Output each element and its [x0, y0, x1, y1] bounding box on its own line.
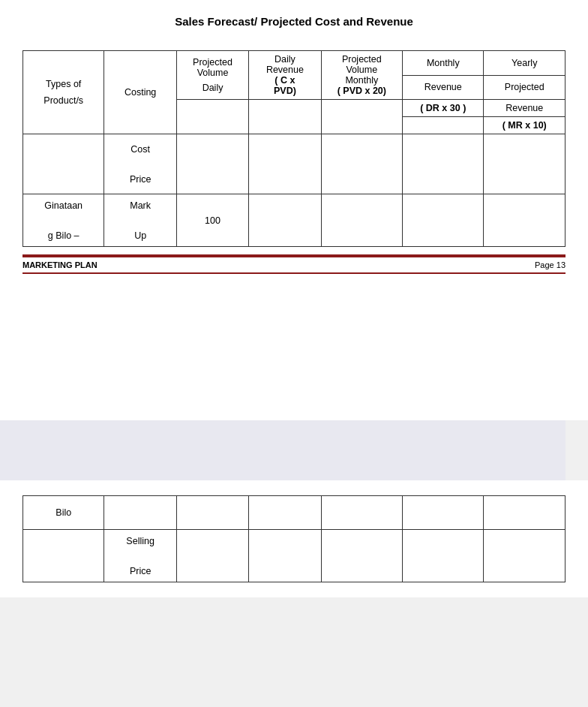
row2-proj-daily: 100	[176, 194, 248, 247]
t2-row2-col4	[249, 530, 321, 582]
row2-yearly-rev	[484, 194, 566, 247]
header-dr-formula: ( DR x 30 )	[403, 100, 484, 117]
header-proj-vol-daily: ProjectedVolumeDaily	[176, 51, 248, 100]
row1-monthly-rev	[403, 134, 484, 194]
header-daily-rev: DailyRevenue( C xPVD)	[249, 51, 321, 100]
header-yearly-rev-label: Revenue	[484, 100, 566, 117]
forecast-table: Types of Product/s Costing ProjectedVolu…	[22, 50, 566, 247]
row1-proj-daily	[176, 134, 248, 194]
t2-row1-col2	[104, 496, 176, 530]
t2-row1-col3	[176, 496, 248, 530]
header-proj-vol-monthly-2	[321, 100, 402, 134]
row1-col1	[23, 134, 104, 194]
row2-proj-monthly	[321, 194, 402, 247]
row1-yearly-rev	[484, 134, 566, 194]
t2-row2-col2: SellingPrice	[104, 530, 176, 582]
t2-row2-col1	[23, 530, 104, 582]
t2-row1-col5	[321, 496, 402, 530]
t2-row2-col7	[484, 530, 566, 582]
header-monthly-rev-label: Monthly	[403, 51, 484, 76]
header-yearly-label: Yearly	[484, 51, 566, 76]
gap-section	[0, 420, 566, 480]
header-mr-formula: ( MR x 10)	[484, 117, 566, 134]
row1-proj-monthly	[321, 134, 402, 194]
row2-product: Ginataang Bilo –	[23, 194, 104, 247]
page-2: Bilo SellingPrice	[0, 480, 588, 597]
t2-row1-col4	[249, 496, 321, 530]
footer-bar: MARKETING PLAN Page 13	[22, 254, 566, 274]
t2-row1-col7	[484, 496, 566, 530]
header-monthly-rev-empty	[403, 117, 484, 134]
t2-row2-col3	[176, 530, 248, 582]
footer-label: MARKETING PLAN	[22, 260, 98, 269]
forecast-table-2: Bilo SellingPrice	[22, 495, 566, 582]
page-title: Sales Forecast/ Projected Cost and Reven…	[22, 15, 566, 28]
header-daily-rev-2	[249, 100, 321, 134]
header-proj-vol-daily-2	[176, 100, 248, 134]
page-1: Sales Forecast/ Projected Cost and Reven…	[0, 0, 588, 420]
t2-row2-col6	[403, 530, 484, 582]
header-monthly-rev: Revenue	[403, 75, 484, 100]
header-types: Types of Product/s	[23, 51, 104, 134]
footer-page: Page 13	[535, 260, 566, 269]
row1-daily-rev	[249, 134, 321, 194]
row2-monthly-rev	[403, 194, 484, 247]
t2-row2-col5	[321, 530, 402, 582]
header-proj-vol-monthly: ProjectedVolumeMonthly( PVD x 20)	[321, 51, 402, 100]
row1-costing: CostPrice	[104, 134, 176, 194]
t2-row1-col1: Bilo	[23, 496, 104, 530]
t2-row1-col6	[403, 496, 484, 530]
header-costing: Costing	[104, 51, 176, 134]
row2-daily-rev	[249, 194, 321, 247]
header-yearly-proj: Projected	[484, 75, 566, 100]
row2-costing: MarkUp	[104, 194, 176, 247]
